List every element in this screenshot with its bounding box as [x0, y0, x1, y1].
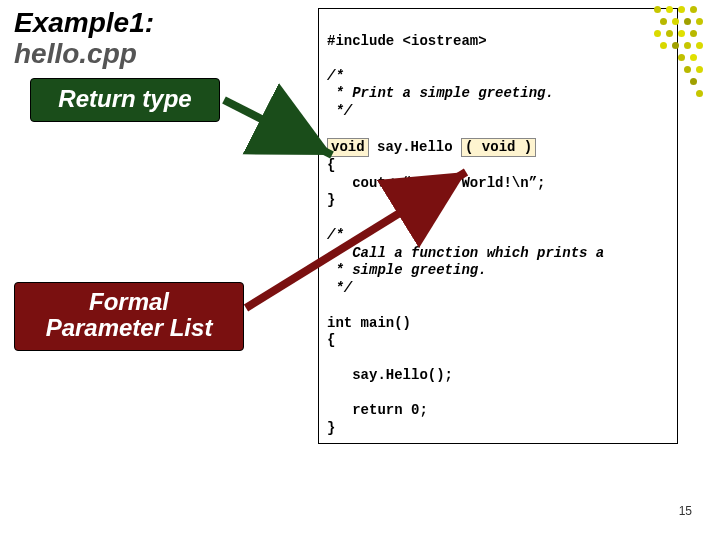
dot-icon: [684, 66, 691, 73]
title-line2: hello.cpp: [14, 39, 154, 70]
dot-icon: [690, 78, 697, 85]
comment1-l1: /*: [327, 68, 344, 84]
dot-icon: [690, 54, 697, 61]
dot-icon: [672, 18, 679, 25]
highlight-param-void: ( void ): [461, 138, 536, 158]
label-return-text: Return type: [58, 85, 191, 112]
dot-icon: [678, 6, 685, 13]
dot-icon: [666, 6, 673, 13]
decor-dots: [654, 6, 708, 106]
main-close: }: [327, 420, 335, 436]
page-number: 15: [679, 504, 692, 518]
code-include: #include <iostream>: [327, 33, 487, 49]
dot-icon: [690, 30, 697, 37]
fn-body: cout<<“Hello World!\n”;: [327, 175, 545, 191]
main-open: {: [327, 332, 335, 348]
dot-icon: [660, 18, 667, 25]
dot-icon: [684, 18, 691, 25]
highlight-return-void: void: [327, 138, 369, 158]
main-call: say.Hello();: [327, 367, 453, 383]
main-ret: return 0;: [327, 402, 428, 418]
fn-open: {: [327, 157, 335, 173]
dot-icon: [660, 42, 667, 49]
arrow-return-type: [224, 100, 332, 155]
dot-icon: [696, 66, 703, 73]
fn-close: }: [327, 192, 335, 208]
comment2-l3: * simple greeting.: [327, 262, 487, 278]
title-line1: Example1:: [14, 8, 154, 39]
dot-icon: [696, 18, 703, 25]
label-formal-text: Formal Parameter List: [29, 289, 229, 342]
slide-title: Example1: hello.cpp: [14, 8, 154, 70]
dot-icon: [696, 90, 703, 97]
comment1-l3: */: [327, 103, 352, 119]
dot-icon: [654, 30, 661, 37]
label-formal-parameter: Formal Parameter List: [14, 282, 244, 351]
comment1-l2: * Print a simple greeting.: [327, 85, 554, 101]
dot-icon: [696, 42, 703, 49]
code-block: #include <iostream> /* * Print a simple …: [318, 8, 678, 444]
label-return-type: Return type: [30, 78, 220, 122]
dot-icon: [690, 6, 697, 13]
dot-icon: [672, 42, 679, 49]
dot-icon: [666, 30, 673, 37]
comment2-l1: /*: [327, 227, 344, 243]
main-sig: int main(): [327, 315, 411, 331]
dot-icon: [678, 30, 685, 37]
comment2-l2: * Call a function which prints a: [327, 245, 604, 261]
dot-icon: [678, 54, 685, 61]
dot-icon: [684, 42, 691, 49]
dot-icon: [654, 6, 661, 13]
fn-name: say.Hello: [369, 139, 461, 155]
comment2-l4: */: [327, 280, 352, 296]
